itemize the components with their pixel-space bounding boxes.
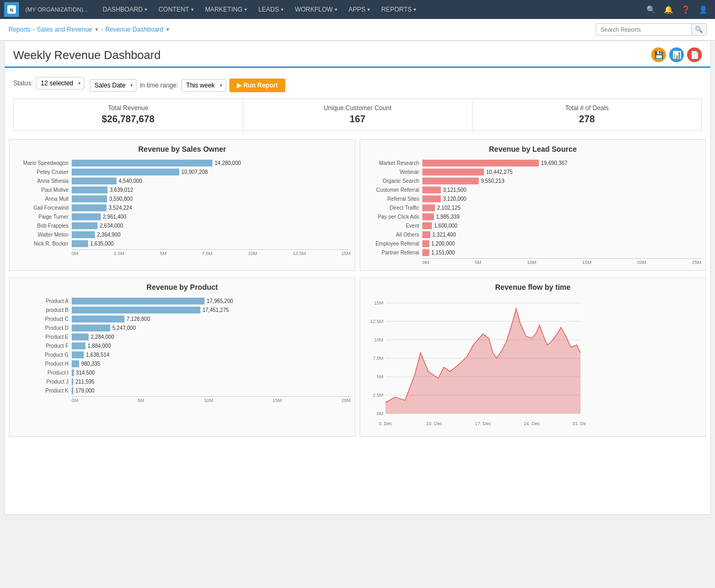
org-name[interactable]: (MY ORGANIZATION)...: [25, 6, 88, 13]
chart-product: Revenue by Product Product A 17,965,200 …: [9, 277, 355, 437]
filters-section: Status: 12 selected Sales Date in time r…: [5, 68, 710, 99]
stat-total-revenue: Total Revenue $26,787,678: [14, 99, 243, 130]
nav-dashboard[interactable]: DASHBOARD ▼: [99, 4, 152, 15]
chart-sales-owner: Revenue by Sales Owner Mario Speedwagon …: [9, 139, 355, 271]
stat-total-deals: Total # of Deals 278: [472, 99, 701, 130]
product-bars: Product A 17,965,200 product B 17,451,27…: [14, 298, 351, 403]
chart-lead-source-title: Revenue by Lead Source: [364, 145, 701, 153]
pdf-icon[interactable]: 📄: [687, 47, 702, 62]
breadcrumb-reports[interactable]: Reports: [8, 26, 31, 33]
svg-text:0M: 0M: [376, 411, 383, 416]
svg-text:2.5M: 2.5M: [373, 393, 383, 398]
breadcrumb: Reports › Sales and Revenue ▼ › Revenue …: [8, 26, 170, 33]
breadcrumb-revenue-dashboard[interactable]: Revenue Dashboard: [105, 26, 163, 33]
svg-text:15M: 15M: [374, 300, 383, 306]
stats-row: Total Revenue $26,787,678 Unique Custome…: [13, 99, 702, 131]
page-title: Weekly Revenue Dashboard: [13, 48, 161, 62]
search-icon[interactable]: 🔍: [643, 3, 659, 16]
help-icon[interactable]: ❓: [678, 3, 693, 16]
svg-text:12.5M: 12.5M: [370, 319, 383, 324]
chart-sales-owner-title: Revenue by Sales Owner: [14, 145, 351, 153]
sales-owner-bars: Mario Speedwagon 14,280,000 Petey Cruise…: [14, 160, 351, 256]
run-report-button[interactable]: Run Report: [229, 79, 285, 92]
time-range-select[interactable]: This week: [181, 79, 226, 92]
search-reports-input[interactable]: [596, 24, 691, 35]
svg-text:10. Dec: 10. Dec: [426, 421, 443, 426]
chart-revenue-flow: Revenue flow by time 0M2.5M5M7.5M10M12.5…: [360, 277, 706, 437]
svg-text:5M: 5M: [376, 374, 383, 379]
breadcrumb-sales-revenue[interactable]: Sales and Revenue: [37, 26, 92, 33]
svg-text:31. Dec: 31. Dec: [572, 421, 586, 426]
stat-unique-customer: Unique Customer Count 167: [243, 99, 472, 130]
chart-revenue-flow-title: Revenue flow by time: [364, 283, 701, 291]
nav-workflow[interactable]: WORKFLOW ▼: [291, 4, 342, 15]
revenue-flow-area: 0M2.5M5M7.5M10M12.5M15M 3. Dec10. Dec17.…: [364, 298, 701, 431]
search-reports-container: 🔍: [596, 23, 707, 36]
nav-content[interactable]: CONTENT ▼: [154, 4, 199, 15]
search-reports-button[interactable]: 🔍: [691, 24, 706, 35]
app-logo: N: [4, 2, 19, 17]
svg-text:24. Dec: 24. Dec: [524, 421, 540, 426]
svg-text:3. Dec: 3. Dec: [379, 421, 393, 426]
nav-reports[interactable]: REPORTS ▼: [377, 4, 421, 15]
save-icon[interactable]: 💾: [651, 47, 666, 62]
nav-apps[interactable]: APPS ▼: [344, 4, 375, 15]
user-icon[interactable]: 👤: [695, 3, 711, 16]
nav-leads[interactable]: LEADS ▼: [254, 4, 288, 15]
chart-product-title: Revenue by Product: [14, 283, 351, 291]
svg-text:7.5M: 7.5M: [373, 356, 383, 361]
status-label: Status:: [13, 80, 33, 87]
lead-source-bars: Market Research 19,690,367 Webinar 10,44…: [364, 160, 701, 265]
date-field-select[interactable]: Sales Date: [90, 79, 137, 92]
svg-text:N: N: [10, 7, 14, 13]
time-range-label: in time range:: [140, 82, 178, 89]
svg-text:10M: 10M: [374, 337, 383, 342]
notifications-icon[interactable]: 🔔: [661, 3, 676, 16]
nav-marketing[interactable]: MARKETING ▼: [201, 4, 252, 15]
chart-lead-source: Revenue by Lead Source Market Research 1…: [360, 139, 706, 271]
export-icon[interactable]: 📊: [669, 47, 684, 62]
svg-text:17. Dec: 17. Dec: [475, 421, 491, 426]
status-select[interactable]: 12 selected: [36, 77, 84, 90]
